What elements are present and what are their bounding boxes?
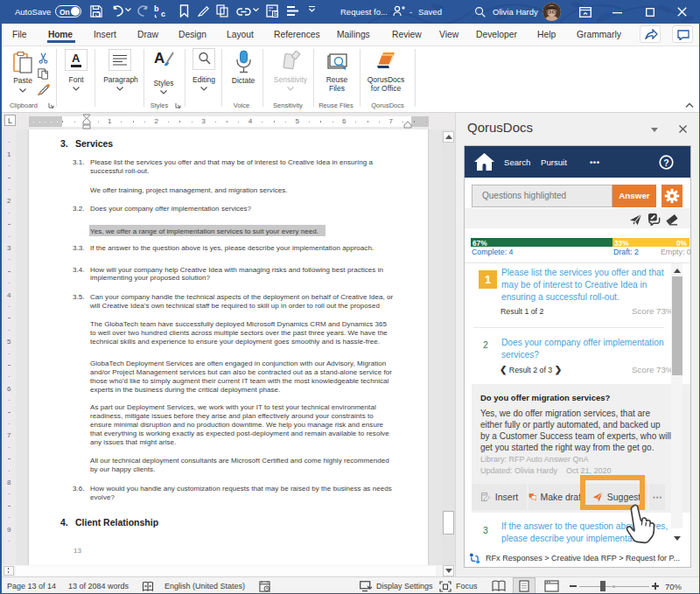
- svg-text:b: b: [154, 4, 159, 13]
- svg-text:?: ?: [663, 157, 668, 168]
- svg-text:c: c: [161, 10, 165, 18]
- svg-text:S: S: [274, 10, 278, 17]
